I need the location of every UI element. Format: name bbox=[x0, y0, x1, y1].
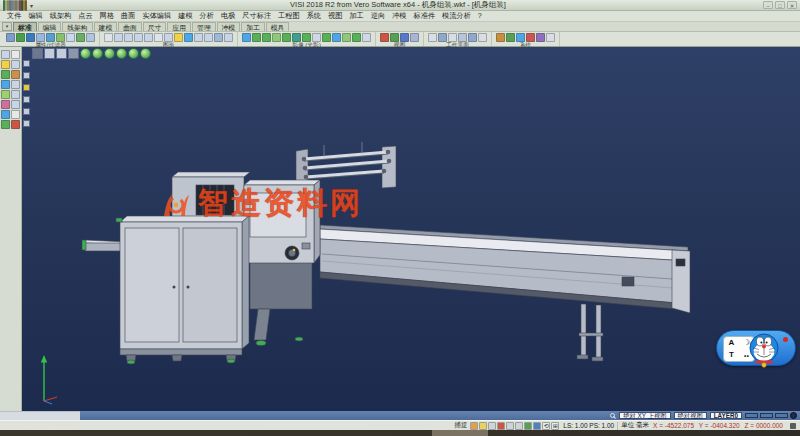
color-filter-icon[interactable] bbox=[26, 33, 35, 42]
attribute-copy-icon[interactable] bbox=[46, 33, 55, 42]
refresh-icon[interactable] bbox=[214, 33, 223, 42]
material-icon[interactable] bbox=[312, 33, 321, 42]
snap-grid-icon[interactable] bbox=[533, 422, 541, 430]
section-view-icon[interactable] bbox=[292, 33, 301, 42]
workplane-face-icon[interactable] bbox=[468, 33, 477, 42]
menu-item[interactable]: 标准件 bbox=[411, 11, 439, 21]
solid-tool-icon[interactable] bbox=[1, 80, 10, 89]
menu-item[interactable]: 冲模 bbox=[389, 11, 409, 21]
cursor-snap-icon[interactable] bbox=[23, 60, 30, 67]
light-icon[interactable] bbox=[322, 33, 331, 42]
highlight-icon[interactable] bbox=[66, 33, 75, 42]
right-view-sphere-icon[interactable] bbox=[116, 48, 127, 59]
menu-item[interactable]: 分析 bbox=[197, 11, 217, 21]
ghost-mode-icon[interactable] bbox=[282, 33, 291, 42]
shaded-icon[interactable] bbox=[262, 33, 271, 42]
calculator-icon[interactable] bbox=[516, 33, 525, 42]
background-color-button[interactable] bbox=[790, 412, 797, 419]
menu-item[interactable]: 工程图 bbox=[275, 11, 303, 21]
previous-view-icon[interactable] bbox=[184, 33, 193, 42]
ribbon-tab[interactable]: 模具 bbox=[266, 22, 290, 31]
snap-active-icon[interactable] bbox=[23, 84, 30, 91]
zoom-in-icon[interactable] bbox=[134, 33, 143, 42]
ribbon-tab[interactable]: 线架构 bbox=[62, 22, 92, 31]
grid-toggle-icon[interactable]: ⊞ bbox=[551, 422, 559, 430]
brush-icon[interactable] bbox=[25, 0, 27, 11]
front-view-sphere-icon[interactable] bbox=[104, 48, 115, 59]
wireframe-icon[interactable] bbox=[242, 33, 251, 42]
menu-item[interactable]: 网格 bbox=[97, 11, 117, 21]
active-color-swatch[interactable] bbox=[745, 413, 758, 418]
view-side-icon[interactable] bbox=[400, 33, 409, 42]
arc-tool-icon[interactable] bbox=[1, 60, 10, 69]
reflection-icon[interactable] bbox=[342, 33, 351, 42]
menu-item[interactable]: 线架构 bbox=[47, 11, 75, 21]
ribbon-tab[interactable]: 应用 bbox=[167, 22, 191, 31]
menu-item[interactable]: 尺寸标注 bbox=[239, 11, 274, 21]
layer-filter-icon[interactable] bbox=[16, 33, 25, 42]
minimize-button[interactable]: – bbox=[763, 1, 773, 9]
info-icon[interactable] bbox=[546, 33, 555, 42]
surface-tool-icon[interactable] bbox=[11, 70, 20, 79]
ribbon-tab[interactable]: 建模 bbox=[94, 22, 118, 31]
curve-tool-icon[interactable] bbox=[1, 70, 10, 79]
redraw-icon[interactable] bbox=[104, 33, 113, 42]
menu-item[interactable]: 点云 bbox=[75, 11, 95, 21]
snap-point-icon[interactable] bbox=[23, 72, 30, 79]
ribbon-tab[interactable]: 管理 bbox=[192, 22, 216, 31]
render-icon[interactable] bbox=[362, 33, 371, 42]
ribbon-tab[interactable]: 曲面 bbox=[118, 22, 142, 31]
snap-grid-icon[interactable] bbox=[23, 120, 30, 127]
workplane-xz-icon[interactable] bbox=[438, 33, 447, 42]
hidden-line-icon[interactable] bbox=[252, 33, 261, 42]
iso-view-sphere-icon[interactable] bbox=[80, 48, 91, 59]
3d-viewport[interactable]: 智造资料网 A ☽ T ‥ bbox=[22, 47, 800, 411]
workplane-field[interactable]: 绝对视图 bbox=[674, 412, 707, 419]
rotate-view-icon[interactable] bbox=[164, 33, 173, 42]
tab-menu-button[interactable]: ▾ bbox=[2, 22, 12, 31]
single-window-icon[interactable] bbox=[44, 48, 55, 59]
plugin-icon[interactable] bbox=[536, 33, 545, 42]
menu-item[interactable]: 编辑 bbox=[25, 11, 45, 21]
taskbar-item[interactable] bbox=[432, 430, 488, 436]
workplane-xy-icon[interactable] bbox=[428, 33, 437, 42]
left-view-sphere-icon[interactable] bbox=[128, 48, 139, 59]
snap-mid-icon[interactable] bbox=[23, 96, 30, 103]
view-name-field[interactable]: 绝对 XY 上视图 bbox=[619, 412, 670, 419]
back-view-sphere-icon[interactable] bbox=[140, 48, 151, 59]
menu-item[interactable]: 系统 bbox=[304, 11, 324, 21]
menu-item[interactable]: 曲面 bbox=[118, 11, 138, 21]
snap-quadrant-icon[interactable] bbox=[506, 422, 514, 430]
workplane-reset-icon[interactable] bbox=[478, 33, 487, 42]
machine-3d-model[interactable] bbox=[22, 47, 800, 411]
workplane-3pt-icon[interactable] bbox=[458, 33, 467, 42]
background-icon[interactable] bbox=[352, 33, 361, 42]
menu-item[interactable]: 逆向 bbox=[368, 11, 388, 21]
menu-item[interactable]: 建模 bbox=[175, 11, 195, 21]
search-icon[interactable] bbox=[610, 413, 615, 418]
circle-tool-icon[interactable] bbox=[11, 60, 20, 69]
status-end-icon[interactable] bbox=[790, 423, 796, 429]
macro-icon[interactable] bbox=[526, 33, 535, 42]
database-icon[interactable] bbox=[506, 33, 515, 42]
view-front-icon[interactable] bbox=[390, 33, 399, 42]
snap-end-icon[interactable] bbox=[470, 422, 478, 430]
two-window-icon[interactable] bbox=[56, 48, 67, 59]
rotate-tool-icon[interactable] bbox=[11, 100, 20, 109]
view-top-icon[interactable] bbox=[380, 33, 389, 42]
move-tool-icon[interactable] bbox=[1, 100, 10, 109]
ribbon-tab[interactable]: 标准 bbox=[13, 22, 37, 31]
four-window-icon[interactable] bbox=[68, 48, 79, 59]
menu-item[interactable]: 视图 bbox=[325, 11, 345, 21]
menu-item[interactable]: ? bbox=[475, 11, 485, 21]
workplane-yz-icon[interactable] bbox=[448, 33, 457, 42]
type-filter-icon[interactable] bbox=[36, 33, 45, 42]
point-tool-icon[interactable] bbox=[1, 50, 10, 59]
line-tool-icon[interactable] bbox=[11, 50, 20, 59]
fit-view-icon[interactable] bbox=[224, 33, 233, 42]
fillet-tool-icon[interactable] bbox=[1, 90, 10, 99]
snap-center-icon[interactable] bbox=[497, 422, 505, 430]
ribbon-tab[interactable]: 编辑 bbox=[38, 22, 62, 31]
dynamic-view-icon[interactable] bbox=[174, 33, 183, 42]
settings-icon[interactable] bbox=[496, 33, 505, 42]
